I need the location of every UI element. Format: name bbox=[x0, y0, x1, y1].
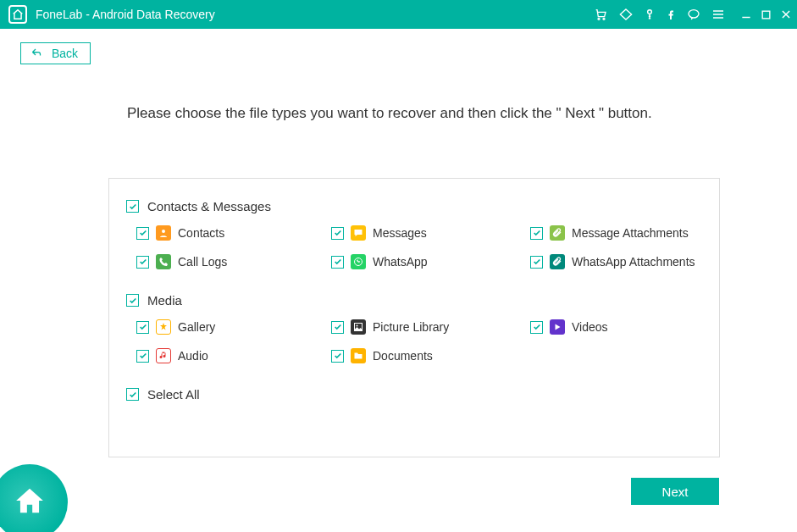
whatsapp-icon bbox=[351, 254, 366, 269]
gallery-icon bbox=[156, 319, 171, 335]
item-label: Contacts bbox=[178, 226, 224, 240]
checkbox[interactable] bbox=[136, 256, 149, 269]
checkbox-select-all[interactable] bbox=[126, 388, 139, 401]
item-picture-library[interactable]: Picture Library bbox=[331, 319, 530, 335]
contacts-messages-items: Contacts Messages Message Attachments Ca… bbox=[136, 225, 702, 269]
checkbox[interactable] bbox=[136, 227, 149, 240]
checkbox[interactable] bbox=[530, 256, 543, 269]
group-contacts-messages[interactable]: Contacts & Messages bbox=[126, 199, 702, 213]
media-items: Gallery Picture Library Videos Audio bbox=[136, 319, 702, 363]
svg-point-3 bbox=[689, 10, 699, 18]
video-icon bbox=[550, 319, 565, 335]
item-label: WhatsApp bbox=[373, 255, 428, 269]
titlebar-actions bbox=[593, 8, 725, 21]
item-contacts[interactable]: Contacts bbox=[136, 225, 331, 241]
attachment-icon bbox=[550, 225, 565, 241]
checkbox[interactable] bbox=[136, 321, 149, 334]
chat-icon[interactable] bbox=[686, 8, 701, 21]
checkbox-contacts-messages[interactable] bbox=[126, 200, 139, 213]
audio-icon bbox=[156, 348, 171, 363]
checkbox[interactable] bbox=[136, 350, 149, 363]
app-window: FoneLab - Android Data Recovery Back Ple… bbox=[0, 0, 797, 532]
item-label: Messages bbox=[373, 226, 427, 240]
checkbox[interactable] bbox=[530, 321, 543, 334]
wifi-icon[interactable] bbox=[618, 8, 634, 21]
item-audio[interactable]: Audio bbox=[136, 348, 331, 363]
home-button[interactable] bbox=[0, 464, 68, 532]
item-label: Call Logs bbox=[178, 255, 227, 269]
item-whatsapp-attachments[interactable]: WhatsApp Attachments bbox=[530, 254, 725, 269]
folder-icon bbox=[351, 348, 366, 363]
checkbox[interactable] bbox=[331, 350, 344, 363]
svg-point-2 bbox=[648, 10, 652, 14]
menu-icon[interactable] bbox=[711, 8, 725, 21]
item-gallery[interactable]: Gallery bbox=[136, 319, 331, 335]
next-button[interactable]: Next bbox=[631, 478, 719, 505]
group-label: Contacts & Messages bbox=[147, 199, 271, 213]
svg-point-8 bbox=[357, 325, 358, 327]
titlebar: FoneLab - Android Data Recovery bbox=[0, 0, 797, 29]
group-label: Media bbox=[147, 293, 182, 308]
close-button[interactable] bbox=[780, 8, 792, 20]
item-message-attachments[interactable]: Message Attachments bbox=[530, 225, 725, 241]
instruction-text: Please choose the file types you want to… bbox=[127, 105, 652, 122]
checkbox-media[interactable] bbox=[126, 294, 139, 307]
item-label: Audio bbox=[178, 349, 208, 363]
file-types-panel: Contacts & Messages Contacts Messages Me… bbox=[108, 178, 720, 457]
window-controls bbox=[740, 8, 792, 20]
item-videos[interactable]: Videos bbox=[530, 319, 725, 335]
next-label: Next bbox=[662, 485, 689, 499]
checkbox[interactable] bbox=[530, 227, 543, 240]
item-label: Picture Library bbox=[373, 320, 449, 334]
item-label: Gallery bbox=[178, 320, 215, 334]
checkbox[interactable] bbox=[331, 256, 344, 269]
back-button[interactable]: Back bbox=[20, 42, 91, 64]
picture-icon bbox=[351, 319, 366, 335]
svg-point-1 bbox=[603, 18, 605, 19]
key-icon[interactable] bbox=[644, 8, 656, 21]
app-logo-icon bbox=[8, 5, 27, 24]
maximize-button[interactable] bbox=[761, 9, 772, 20]
group-media[interactable]: Media bbox=[126, 293, 702, 308]
checkbox[interactable] bbox=[331, 227, 344, 240]
back-arrow-icon bbox=[30, 47, 43, 60]
app-title: FoneLab - Android Data Recovery bbox=[36, 8, 593, 21]
facebook-icon[interactable] bbox=[666, 8, 676, 21]
item-label: Videos bbox=[572, 320, 608, 334]
select-all-label: Select All bbox=[147, 387, 200, 402]
checkbox[interactable] bbox=[331, 321, 344, 334]
person-icon bbox=[156, 225, 171, 241]
cart-icon[interactable] bbox=[593, 8, 608, 21]
select-all[interactable]: Select All bbox=[126, 387, 702, 402]
item-messages[interactable]: Messages bbox=[331, 225, 530, 241]
phone-icon bbox=[156, 254, 171, 269]
minimize-button[interactable] bbox=[740, 8, 752, 20]
item-label: WhatsApp Attachments bbox=[572, 255, 695, 269]
svg-rect-4 bbox=[762, 11, 770, 19]
message-icon bbox=[351, 225, 366, 241]
item-documents[interactable]: Documents bbox=[331, 348, 530, 363]
svg-point-0 bbox=[598, 18, 600, 19]
svg-point-5 bbox=[162, 230, 165, 233]
content-area: Back Please choose the file types you wa… bbox=[0, 29, 797, 532]
item-label: Documents bbox=[373, 349, 433, 363]
whatsapp-attachment-icon bbox=[550, 254, 565, 269]
item-whatsapp[interactable]: WhatsApp bbox=[331, 254, 530, 269]
back-label: Back bbox=[52, 47, 78, 60]
home-icon bbox=[14, 485, 46, 520]
item-call-logs[interactable]: Call Logs bbox=[136, 254, 331, 269]
item-label: Message Attachments bbox=[572, 226, 689, 240]
